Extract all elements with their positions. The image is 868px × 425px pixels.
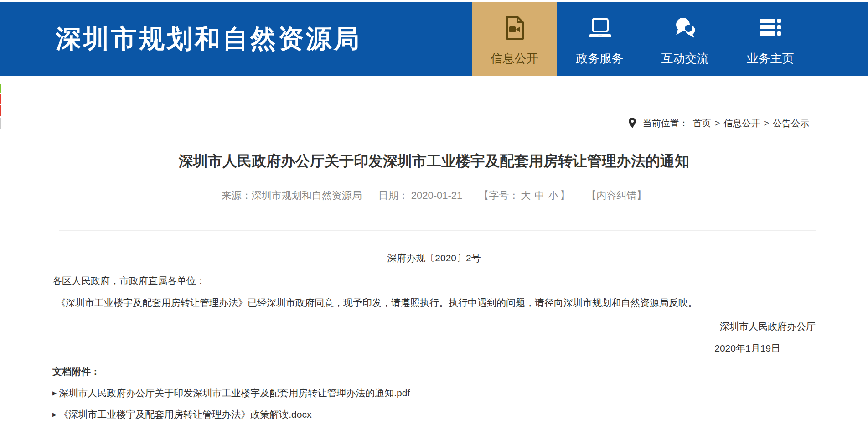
triangle-bullet-icon: ▶ — [52, 408, 57, 421]
meta-source: 来源：深圳市规划和自然资源局 — [222, 189, 362, 202]
tab-label: 互动交流 — [661, 51, 709, 67]
sliver-block — [0, 94, 1, 104]
sliver-block — [0, 118, 1, 129]
meta-date: 日期： 2020-01-21 — [378, 189, 463, 202]
font-size-control: 【字号：大中小】 — [479, 189, 570, 202]
font-size-large-button[interactable]: 大 — [521, 190, 531, 201]
server-stack-icon — [759, 14, 782, 41]
tab-info-disclosure[interactable]: 信息公开 — [472, 2, 557, 76]
laptop-icon — [588, 14, 612, 41]
breadcrumb-home[interactable]: 首页 — [693, 117, 711, 130]
left-edge-slivers — [0, 0, 2, 425]
article-meta: 来源：深圳市规划和自然资源局 日期： 2020-01-21 【字号：大中小】 【… — [52, 189, 816, 202]
breadcrumb-info-disclosure[interactable]: 信息公开 — [723, 117, 760, 130]
font-size-small-button[interactable]: 小 — [548, 190, 558, 201]
document-video-icon — [505, 14, 525, 41]
page-content: 当前位置： 首页 > 信息公开 > 公告公示 深圳市人民政府办公厅关于印发深圳市… — [0, 117, 868, 421]
signature-date: 2020年1月19日 — [52, 342, 816, 355]
attachment-name: 《深圳市工业楼宇及配套用房转让管理办法》政策解读.docx — [59, 408, 311, 421]
font-size-suffix: 】 — [560, 190, 570, 201]
divider-line — [59, 230, 816, 231]
sliver-block — [0, 84, 1, 93]
content-correction-button[interactable]: 【内容纠错】 — [586, 189, 646, 202]
article-title: 深圳市人民政府办公厅关于印发深圳市工业楼宇及配套用房转让管理办法的通知 — [52, 151, 816, 171]
breadcrumb: 当前位置： 首页 > 信息公开 > 公告公示 — [52, 117, 816, 130]
tab-label: 政务服务 — [576, 51, 624, 67]
attachment-name: 深圳市人民政府办公厅关于印发深圳市工业楼宇及配套用房转让管理办法的通知.pdf — [59, 386, 410, 400]
attachments-label: 文档附件： — [52, 365, 816, 378]
font-size-prefix: 【字号： — [479, 190, 519, 201]
tab-gov-services[interactable]: 政务服务 — [557, 2, 642, 76]
breadcrumb-separator: > — [764, 118, 769, 129]
main-nav: 信息公开 政务服务 互动交流 — [472, 2, 813, 76]
tab-interaction[interactable]: 互动交流 — [642, 2, 728, 76]
signature-issuer: 深圳市人民政府办公厅 — [52, 320, 816, 333]
tab-label: 业务主页 — [747, 51, 794, 67]
location-pin-icon — [628, 117, 636, 129]
sliver-block — [0, 105, 1, 116]
breadcrumb-separator: > — [715, 118, 720, 129]
breadcrumb-prefix: 当前位置： — [643, 117, 688, 130]
document-number: 深府办规〔2020〕2号 — [52, 251, 816, 265]
tab-business-home[interactable]: 业务主页 — [728, 2, 813, 76]
attachment-link-docx[interactable]: ▶ 《深圳市工业楼宇及配套用房转让管理办法》政策解读.docx — [52, 408, 816, 421]
paragraph-salutation: 各区人民政府，市政府直属各单位： — [52, 274, 816, 288]
attachment-link-pdf[interactable]: ▶ 深圳市人民政府办公厅关于印发深圳市工业楼宇及配套用房转让管理办法的通知.pd… — [52, 386, 816, 400]
site-header: 深圳市规划和自然资源局 信息公开 政务服务 — [0, 2, 868, 76]
chat-bubbles-icon — [673, 14, 698, 41]
tab-label: 信息公开 — [491, 51, 538, 67]
site-logo[interactable]: 深圳市规划和自然资源局 — [56, 22, 362, 57]
triangle-bullet-icon: ▶ — [52, 386, 57, 400]
font-size-medium-button[interactable]: 中 — [534, 190, 544, 201]
paragraph-body: 《深圳市工业楼宇及配套用房转让管理办法》已经深圳市政府同意，现予印发，请遵照执行… — [52, 296, 816, 310]
breadcrumb-announcements[interactable]: 公告公示 — [773, 117, 809, 130]
